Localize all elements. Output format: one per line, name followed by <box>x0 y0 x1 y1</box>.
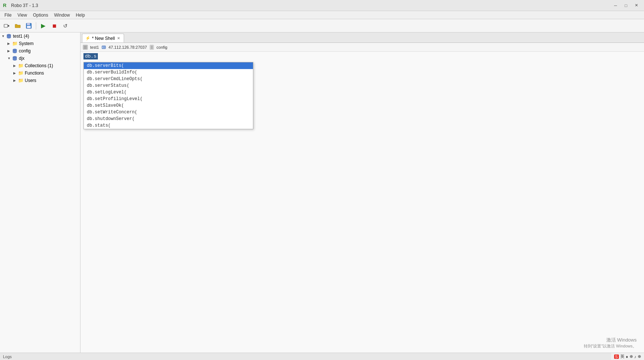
database-icon-djx <box>12 56 17 61</box>
folder-icon-collections: 📁 <box>18 63 24 69</box>
tray-mic-icon: ⊕ <box>638 354 641 359</box>
menu-help[interactable]: Help <box>73 12 88 18</box>
expand-arrow-system: ▶ <box>7 42 12 45</box>
database-icon <box>6 34 11 39</box>
autocomplete-item-4[interactable]: db.setLogLevel( <box>84 89 253 96</box>
save-icon <box>26 23 32 29</box>
autocomplete-item-3[interactable]: db.serverStatus( <box>84 82 253 89</box>
expand-arrow-djx: ▼ <box>7 56 12 60</box>
connection-bar: test1 47.112.126.78:27037 config <box>80 43 644 52</box>
sidebar-item-collections[interactable]: ▶ 📁 Collections (1) <box>0 62 80 69</box>
watermark-line1: 激活 Windows <box>584 337 637 343</box>
svg-rect-1 <box>8 25 9 27</box>
autocomplete-item-0[interactable]: db.serverBits( <box>84 62 253 69</box>
tab-label: * New Shell <box>92 36 115 41</box>
autocomplete-item-8[interactable]: db.shutdownServer( <box>84 116 253 122</box>
toolbar-separator-1 <box>36 22 36 30</box>
connection-config-label: config <box>157 45 167 49</box>
title-bar-left: R Robo 3T - 1.3 <box>3 3 38 8</box>
tab-close-btn[interactable]: ✕ <box>116 36 121 40</box>
toolbar-refresh-btn[interactable]: ↺ <box>60 21 71 31</box>
autocomplete-item-1[interactable]: db.serverBuildInfo( <box>84 69 253 76</box>
connection-db-label: test1 <box>90 45 99 49</box>
expand-arrow-users: ▶ <box>13 79 18 82</box>
title-bar: R Robo 3T - 1.3 ─ □ ✕ <box>0 0 644 11</box>
log-bar[interactable]: Logs <box>0 353 644 360</box>
svg-rect-4 <box>27 26 31 28</box>
toolbar-open-btn[interactable] <box>13 21 23 31</box>
tray-sougou-icon: S <box>614 354 619 359</box>
sidebar-item-users[interactable]: ▶ 📁 Users <box>0 77 80 84</box>
editor-input-line: db.s <box>80 52 644 61</box>
minimize-button[interactable]: ─ <box>611 1 620 10</box>
tab-new-shell[interactable]: ⚡ * New Shell ✕ <box>82 34 124 42</box>
sidebar-item-djx[interactable]: ▼ djx <box>0 55 80 62</box>
folder-icon-functions: 📁 <box>18 70 24 76</box>
autocomplete-item-2[interactable]: db.serverCmdLineOpts( <box>84 76 253 82</box>
sidebar-item-users-label: Users <box>25 78 36 83</box>
sidebar-item-functions[interactable]: ▶ 📁 Functions <box>0 69 80 77</box>
autocomplete-item-9[interactable]: db.stats( <box>84 122 253 129</box>
autocomplete-item-7[interactable]: db.setWriteConcern( <box>84 109 253 116</box>
folder-icon-users: 📁 <box>18 78 24 83</box>
tray-network-icon: ⊕ <box>630 354 633 359</box>
sidebar: ▼ test1 (4) ▶ 📁 System ▶ <box>0 32 80 353</box>
autocomplete-item-6[interactable]: db.setSlaveOk( <box>84 102 253 109</box>
sidebar-item-functions-label: Functions <box>25 71 44 76</box>
expand-arrow-config: ▶ <box>7 49 12 53</box>
app-icon: R <box>3 3 9 8</box>
tray-arrow-icon: ♦ <box>626 354 628 359</box>
window-controls: ─ □ ✕ <box>611 1 641 10</box>
sidebar-item-system-label: System <box>19 41 34 46</box>
log-bar-label: Logs <box>3 354 12 359</box>
expand-arrow-collections: ▶ <box>13 64 18 68</box>
sidebar-item-collections-label: Collections (1) <box>25 63 53 68</box>
db-icon-test1 <box>6 33 12 39</box>
tray-lang-label: 英 <box>620 354 624 359</box>
toolbar: ▶ ⏹ ↺ <box>0 19 644 32</box>
tray-volume-icon: ♪ <box>634 354 637 359</box>
windows-watermark: 激活 Windows 转到"设置"以激活 Windows。 <box>584 337 637 349</box>
config-icon <box>149 45 154 50</box>
sidebar-item-test1[interactable]: ▼ test1 (4) <box>0 32 80 40</box>
close-button[interactable]: ✕ <box>631 1 641 10</box>
menu-view[interactable]: View <box>14 12 30 18</box>
expand-arrow-functions: ▶ <box>13 71 18 75</box>
connect-icon <box>4 23 10 29</box>
system-tray: S 英 ♦ ⊕ ♪ ⊕ <box>611 353 644 360</box>
editor-area: db.s db.serverBits( db.serverBuildInfo( … <box>80 52 644 353</box>
menu-file[interactable]: File <box>1 12 14 18</box>
sidebar-item-config-label: config <box>19 48 31 54</box>
toolbar-save-btn[interactable] <box>24 21 34 31</box>
toolbar-connect-btn[interactable] <box>1 21 12 31</box>
tab-bar: ⚡ * New Shell ✕ <box>80 32 644 43</box>
content-area: ⚡ * New Shell ✕ test1 47.112.126.78:2703… <box>80 32 644 353</box>
app-title: Robo 3T - 1.3 <box>11 3 38 8</box>
editor-current-text[interactable]: db.s <box>83 53 98 59</box>
sidebar-item-system[interactable]: ▶ 📁 System <box>0 40 80 47</box>
autocomplete-dropdown[interactable]: db.serverBits( db.serverBuildInfo( db.se… <box>83 62 253 129</box>
menu-bar: File View Options Window Help <box>0 11 644 19</box>
sidebar-item-config[interactable]: ▶ config <box>0 47 80 55</box>
menu-options[interactable]: Options <box>30 12 51 18</box>
db-icon-config <box>12 48 18 54</box>
autocomplete-item-5[interactable]: db.setProfilingLevel( <box>84 96 253 102</box>
svg-rect-0 <box>4 24 8 27</box>
connection-server-label: 47.112.126.78:27037 <box>109 45 147 49</box>
toolbar-stop-btn[interactable]: ⏹ <box>49 21 59 31</box>
toolbar-run-btn[interactable]: ▶ <box>38 21 48 31</box>
svg-rect-3 <box>27 23 30 25</box>
database-icon-config <box>12 48 17 54</box>
main-layout: ▼ test1 (4) ▶ 📁 System ▶ <box>0 32 644 353</box>
tab-icon: ⚡ <box>85 36 90 41</box>
server-icon <box>101 45 106 50</box>
svg-point-16 <box>102 47 103 48</box>
folder-open-icon <box>15 23 21 29</box>
sidebar-item-djx-label: djx <box>19 56 24 61</box>
watermark-line2: 转到"设置"以激活 Windows。 <box>584 343 637 349</box>
maximize-button[interactable]: □ <box>621 1 631 10</box>
db-icon-djx <box>12 55 18 61</box>
menu-window[interactable]: Window <box>51 12 73 18</box>
sidebar-item-test1-label: test1 (4) <box>13 34 29 39</box>
folder-icon-system: 📁 <box>12 41 18 47</box>
